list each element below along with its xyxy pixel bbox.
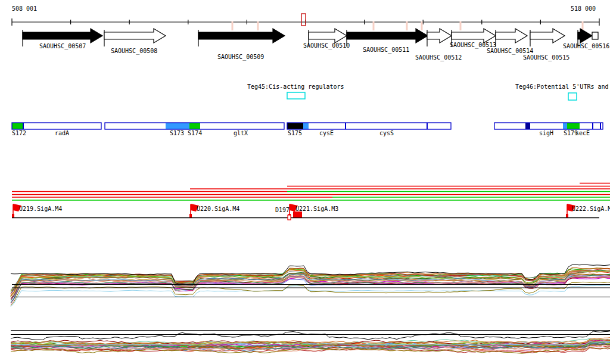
d-marker-small-box: [288, 215, 291, 220]
transcript-segment[interactable]: [567, 123, 580, 129]
transcript-label: radA: [55, 130, 69, 136]
genome-browser-screen: 508 001 518 000 SAOUHSC_00507 SAOUHSC_00…: [0, 0, 610, 364]
coordinate-ruler: [12, 14, 599, 30]
transcript-label: cysE: [319, 130, 334, 136]
gene-label[interactable]: SAOUHSC_00507: [39, 43, 86, 49]
gene-label[interactable]: SAOUHSC_00511: [363, 47, 409, 53]
gene-arrow[interactable]: [427, 29, 452, 43]
expression-trace: [11, 331, 610, 340]
gene-label[interactable]: SAOUHSC_00516: [563, 43, 609, 49]
flag-label[interactable]: U219.SigA.M4: [19, 206, 62, 212]
gene-arrow[interactable]: [104, 29, 166, 43]
transcript-label: secE: [575, 130, 590, 136]
expression-trace: [11, 282, 610, 306]
gene-label[interactable]: SAOUHSC_00510: [303, 43, 350, 49]
transcript-label: S172: [12, 130, 26, 136]
transcript-label: S173 S174: [170, 130, 202, 136]
gene-arrow[interactable]: [530, 29, 565, 43]
teg-annotation-box[interactable]: [568, 93, 577, 100]
flag-base: [189, 214, 192, 217]
gene-label[interactable]: SAOUHSC_00509: [217, 54, 264, 60]
d-marker-box[interactable]: [293, 211, 302, 217]
transcript-segment[interactable]: [287, 123, 303, 129]
flag-label[interactable]: U220.SigA.M4: [197, 206, 239, 212]
tiling-signal-track: [12, 183, 610, 201]
teg46-annotation-label: Teg46:Potential 5'UTRs and: [515, 84, 609, 90]
ruler-highlight-box[interactable]: [301, 14, 306, 26]
d-marker-label[interactable]: D197: [275, 207, 290, 213]
transcript-bar-bg: [287, 123, 451, 129]
gene-arrow[interactable]: [578, 29, 592, 43]
transcript-bar-bg: [12, 123, 101, 129]
transcript-segment[interactable]: [12, 123, 23, 129]
transcript-segment[interactable]: [189, 123, 200, 129]
flag-base: [566, 214, 568, 217]
transcript-label: gltX: [234, 130, 248, 136]
gene-end-box[interactable]: [592, 32, 598, 39]
transcript-segment[interactable]: [166, 123, 189, 129]
gene-label[interactable]: SAOUHSC_00508: [111, 48, 157, 54]
gene-arrow[interactable]: [452, 29, 496, 43]
gene-arrow[interactable]: [496, 29, 527, 43]
ruler-end-coordinate: 518 000: [571, 6, 596, 12]
transcript-label: S175: [288, 130, 302, 136]
teg-annotation-box[interactable]: [287, 92, 305, 99]
transcript-bar-bg: [494, 123, 603, 129]
expression-panel-upper: [11, 265, 610, 307]
transcript-segment[interactable]: [563, 123, 567, 129]
expression-panel-lower: [11, 331, 610, 354]
gene-label[interactable]: SAOUHSC_00512: [415, 55, 462, 61]
flag-label[interactable]: U221.SigA.M3: [295, 206, 338, 212]
flag-base: [12, 214, 14, 217]
ruler-start-coordinate: 508 001: [12, 6, 37, 12]
flag-label[interactable]: U222.SigA.M: [572, 206, 610, 212]
transcript-label: cysS: [379, 130, 394, 136]
teg-annotation-track: [287, 92, 577, 100]
gene-arrow[interactable]: [23, 29, 102, 43]
gene-arrow[interactable]: [347, 29, 428, 43]
gene-arrow[interactable]: [309, 29, 347, 43]
transcript-label: sigH: [539, 130, 553, 136]
transcript-segment[interactable]: [525, 123, 530, 129]
gene-arrow[interactable]: [198, 29, 285, 43]
transcript-track: [12, 123, 603, 129]
gene-label[interactable]: SAOUHSC_00515: [523, 55, 569, 61]
teg45-annotation-label: Teg45:Cis-acting regulators: [247, 84, 344, 90]
browser-scene-canvas: [0, 0, 610, 364]
transcript-segment[interactable]: [303, 123, 309, 129]
gene-label[interactable]: SAOUHSC_00514: [487, 48, 533, 54]
